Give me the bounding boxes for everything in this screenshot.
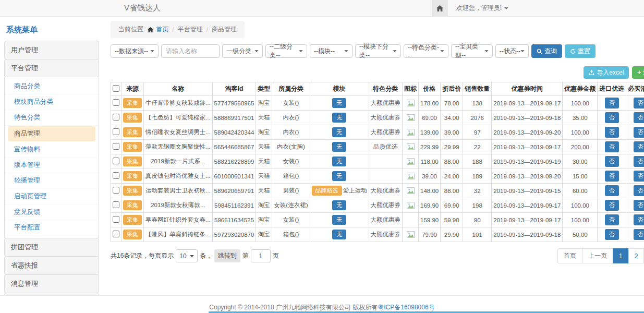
pager: 首页 上一页 1 2 下一页 末页 [558, 248, 644, 263]
page-prev-button[interactable]: 上一页 [582, 248, 613, 263]
import-select-toggle[interactable]: 否 [605, 171, 619, 182]
coupon-amount: 35.00 [563, 111, 598, 125]
breadcrumb-level2: 商品管理 [212, 25, 237, 34]
main-content: 当前位置: 首页 / 平台管理 / 商品管理 --数据来源-- 一级分类 --二… [111, 21, 644, 263]
must-buy-toggle[interactable]: 否 [634, 185, 644, 196]
import-select-toggle[interactable]: 否 [605, 229, 619, 240]
must-buy-toggle[interactable]: 否 [634, 98, 644, 109]
must-buy-toggle[interactable]: 否 [634, 127, 644, 138]
source-badge: 采集 [123, 98, 142, 108]
filter-item-type-select[interactable]: --宝贝类型-- [451, 44, 493, 58]
col-name: 名称 [144, 82, 213, 96]
breadcrumb-home-link[interactable]: 首页 [156, 25, 168, 34]
sidebar-item-module-goods-category[interactable]: 模块商品分类 [5, 94, 99, 110]
sidebar-group-message[interactable]: 消息管理 [4, 274, 99, 293]
row-checkbox[interactable] [113, 201, 119, 208]
module-badge: 无 [332, 156, 346, 166]
filter-feature-category-select[interactable]: --特色分类-- [404, 44, 448, 58]
filter-level2-category-select[interactable]: --二级分类-- [265, 44, 307, 58]
coupon-amount: 50.00 [563, 227, 598, 242]
import-select-toggle[interactable]: 否 [605, 156, 619, 167]
must-buy-toggle[interactable]: 否 [634, 229, 644, 240]
row-checkbox[interactable] [113, 216, 119, 223]
filter-level1-category-select[interactable]: 一级分类 [222, 44, 263, 58]
goods-type: 淘宝 [256, 96, 272, 111]
import-select-toggle[interactable]: 否 [605, 98, 619, 109]
home-button[interactable] [432, 0, 448, 16]
row-checkbox[interactable] [113, 99, 119, 106]
goods-category: 内衣() [272, 125, 310, 140]
discount-price: 29.99 [441, 140, 463, 154]
sales-count: 97 [463, 125, 492, 140]
import-select-toggle[interactable]: 否 [605, 200, 619, 211]
import-select-toggle[interactable]: 否 [605, 112, 619, 123]
sidebar-item-version-manage[interactable]: 版本管理 [5, 158, 99, 173]
user-menu[interactable]: 欢迎您，管理员! [448, 0, 644, 16]
filter-data-source-select[interactable]: --数据来源-- [111, 44, 159, 58]
icp-link[interactable]: 粤ICP备16098006号 [378, 304, 434, 311]
must-buy-toggle[interactable]: 否 [634, 156, 644, 167]
sales-count: 198 [463, 198, 492, 213]
goods-category: 内衣() [272, 111, 310, 125]
sidebar-item-feature-category[interactable]: 特色分类 [5, 110, 99, 126]
filter-module-sub-select[interactable]: --模块下分类-- [355, 44, 401, 58]
breadcrumb-prefix: 当前位置: [118, 25, 145, 34]
col-coupon-amount: 优惠券金额 [563, 82, 598, 96]
name-search-input[interactable] [161, 44, 220, 58]
feature-category: 大额优惠券 [369, 213, 403, 227]
sidebar-group-groupbuy[interactable]: 拼团管理 [4, 238, 99, 257]
goods-name: 2019新款一片式系... [144, 154, 213, 169]
sidebar-group-platform[interactable]: 平台管理 [4, 59, 99, 78]
sidebar-item-carousel-manage[interactable]: 轮播管理 [5, 173, 99, 189]
price: 79.90 [419, 227, 441, 242]
must-buy-toggle[interactable]: 否 [634, 171, 644, 182]
refresh-icon [570, 49, 576, 54]
page-first-button[interactable]: 首页 [557, 248, 582, 263]
sidebar-item-feedback[interactable]: 意见反馈 [5, 204, 99, 220]
sidebar-item-promo-material[interactable]: 宣传物料 [5, 142, 99, 158]
jump-page-input[interactable] [251, 249, 271, 262]
import-select-toggle[interactable]: 否 [605, 214, 619, 225]
table-row: 采集 早春网红针织外套女春... 596611634525 淘宝 女装() 无 … [111, 213, 644, 227]
select-all-checkbox[interactable] [113, 85, 119, 92]
must-buy-toggle[interactable]: 否 [634, 112, 644, 123]
filter-status-select[interactable]: --状态-- [495, 44, 529, 58]
jump-button[interactable]: 跳转到 [214, 249, 240, 262]
reset-button[interactable]: 重置 [565, 44, 596, 58]
import-select-toggle[interactable]: 否 [605, 141, 619, 152]
sidebar-item-goods-manage[interactable]: 商品管理 [8, 126, 95, 141]
import-select-toggle[interactable]: 否 [605, 127, 619, 138]
per-page-select[interactable]: 10 [176, 249, 197, 262]
breadcrumb-level1: 平台管理 [178, 25, 203, 34]
module-badge: 无 [332, 142, 346, 152]
image-placeholder-icon [407, 129, 415, 136]
row-checkbox[interactable] [113, 143, 119, 150]
module-badge: 无 [332, 171, 346, 181]
page-1-button[interactable]: 1 [613, 248, 629, 263]
row-checkbox[interactable] [113, 187, 119, 194]
row-checkbox[interactable] [113, 231, 119, 237]
col-discount-price: 折后价 [441, 82, 463, 96]
row-checkbox[interactable] [113, 172, 119, 179]
sidebar-group-user[interactable]: 用户管理 [4, 41, 99, 59]
row-checkbox[interactable] [113, 128, 119, 135]
must-buy-toggle[interactable]: 否 [634, 141, 644, 152]
must-buy-toggle[interactable]: 否 [634, 200, 644, 211]
row-checkbox[interactable] [113, 158, 119, 164]
sales-count: 2076 [463, 111, 492, 125]
discount-price: 78.00 [441, 96, 463, 111]
sidebar-group-news[interactable]: 省惠快报 [4, 256, 99, 275]
add-button[interactable]: + 添加 [632, 66, 644, 79]
search-button[interactable]: 查询 [531, 44, 562, 58]
app-title: V省钱达人 [124, 0, 161, 16]
row-checkbox[interactable] [113, 114, 119, 121]
filter-module-select[interactable]: --模块-- [310, 44, 353, 58]
must-buy-toggle[interactable]: 否 [634, 214, 644, 225]
import-select-toggle[interactable]: 否 [605, 185, 619, 196]
import-excel-button[interactable]: 导入excel [584, 66, 629, 79]
sidebar-item-splash-manage[interactable]: 启动页管理 [5, 189, 99, 204]
coupon-time: 2019-09-13—2019-09-15 [492, 184, 563, 198]
page-2-button[interactable]: 2 [628, 248, 644, 263]
sidebar-item-goods-category[interactable]: 商品分类 [5, 79, 99, 94]
sidebar-item-platform-config[interactable]: 平台配置 [5, 220, 99, 236]
